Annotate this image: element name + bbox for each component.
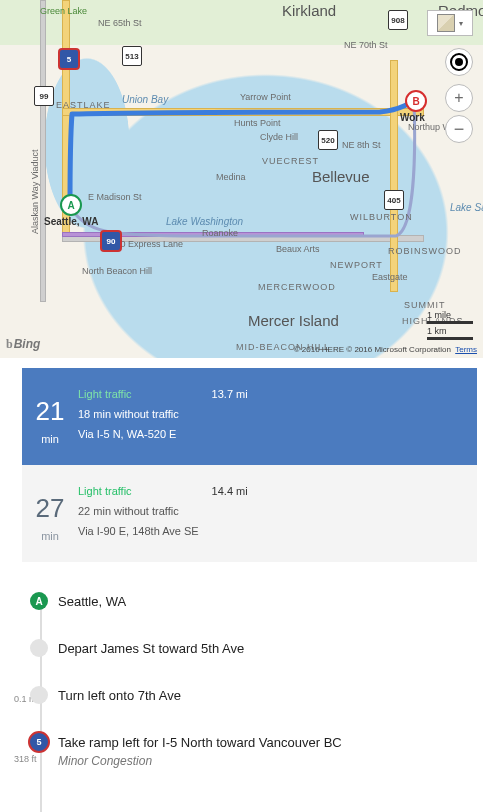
- map-label-hunts: Hunts Point: [234, 118, 281, 128]
- step-start[interactable]: Seattle, WA: [58, 578, 483, 625]
- route-2-distance: 14.4 mi: [212, 485, 248, 497]
- terms-link[interactable]: Terms: [455, 345, 477, 354]
- shield-sr99-icon: 99: [34, 86, 54, 106]
- bing-logo: Bing: [6, 337, 40, 352]
- map-label-summit: SUMMIT: [404, 300, 446, 310]
- map-label-vuecrest: VUECREST: [262, 156, 319, 166]
- map-label-roanoke: Roanoke: [202, 228, 238, 238]
- map-label-ne8: NE 8th St: [342, 140, 381, 150]
- zoom-in-button[interactable]: +: [445, 84, 473, 112]
- route-1-time: 21 min: [22, 388, 78, 445]
- route-1-traffic: Light traffic: [78, 388, 132, 400]
- map-copyright: © 2016 HERE © 2016 Microsoft Corporation…: [294, 345, 477, 354]
- map-label-wilburton: WILBURTON: [350, 212, 413, 222]
- map-label-yarrow: Yarrow Point: [240, 92, 291, 102]
- plus-icon: +: [454, 89, 463, 107]
- start-marker-icon: [30, 592, 48, 610]
- map-label-lakesamm: Lake Samn: [450, 202, 483, 213]
- map-label-mercer: Mercer Island: [248, 312, 339, 329]
- map-label-emadison: E Madison St: [88, 192, 142, 202]
- map-label-ne65: NE 65th St: [98, 18, 142, 28]
- step-2[interactable]: Turn left onto 7th Ave: [58, 672, 483, 719]
- map-label-green-lake: Green Lake: [40, 6, 87, 16]
- map-label-medina: Medina: [216, 172, 246, 182]
- map-label-lakewa: Lake Washington: [166, 216, 243, 227]
- map-canvas[interactable]: A Seattle, WA B Work Green Lake NE 65th …: [0, 0, 483, 358]
- route-2-time: 27 min: [22, 485, 78, 542]
- route-1-distance: 13.7 mi: [212, 388, 248, 400]
- shield-i90-icon: 90: [100, 230, 122, 252]
- map-label-eastgate: Eastgate: [372, 272, 408, 282]
- shield-sr520-icon: 520: [318, 130, 338, 150]
- map-label-alaskan: Alaskan Way Viaduct: [30, 149, 40, 234]
- map-label-robinswood: ROBINSWOOD: [388, 246, 462, 256]
- step-3-sub: Minor Congestion: [58, 754, 473, 768]
- target-icon: [450, 53, 468, 71]
- route-start-marker: A: [60, 194, 82, 216]
- step-1[interactable]: Depart James St toward 5th Ave: [58, 625, 483, 672]
- shield-sr908-icon: 908: [388, 10, 408, 30]
- map-style-thumb-icon: [437, 14, 455, 32]
- zoom-out-button[interactable]: −: [445, 115, 473, 143]
- page-scroll[interactable]: A Seattle, WA B Work Green Lake NE 65th …: [0, 0, 500, 812]
- map-label-beaux: Beaux Arts: [276, 244, 320, 254]
- map-style-button[interactable]: ▾: [427, 10, 473, 36]
- route-2-no-traffic: 22 min without traffic: [78, 505, 463, 517]
- step-dot-icon: [30, 639, 48, 657]
- shield-sr405-icon: 405: [384, 190, 404, 210]
- shield-sr513-icon: 513: [122, 46, 142, 66]
- map-label-clyde: Clyde Hill: [260, 132, 298, 142]
- map-label-union-bay: Union Bay: [122, 94, 168, 105]
- map-label-bellevue: Bellevue: [312, 168, 370, 185]
- interstate-shield-icon: [28, 731, 50, 753]
- step-2-text: Turn left onto 7th Ave: [58, 688, 181, 703]
- map-label-kirkland: Kirkland: [282, 2, 336, 19]
- route-start-label: Seattle, WA: [44, 216, 98, 227]
- step-start-text: Seattle, WA: [58, 594, 126, 609]
- step-3-text: Take ramp left for I-5 North toward Vanc…: [58, 735, 342, 750]
- locate-me-button[interactable]: [445, 48, 473, 76]
- route-end-marker: B: [405, 90, 427, 112]
- directions-list: Seattle, WA Depart James St toward 5th A…: [20, 578, 483, 784]
- map-scale: 1 mile 1 km: [427, 310, 473, 340]
- segment-2-distance: 318 ft: [14, 754, 37, 764]
- chevron-down-icon: ▾: [459, 19, 463, 28]
- step-3[interactable]: Take ramp left for I-5 North toward Vanc…: [58, 719, 483, 784]
- shield-i5-icon: 5: [58, 48, 80, 70]
- route-option-2[interactable]: 27 min Light traffic 14.4 mi 22 min with…: [22, 465, 477, 562]
- step-dot-icon: [30, 686, 48, 704]
- map-label-eastlake: EASTLAKE: [56, 100, 111, 110]
- map-label-ne70k: NE 70th St: [344, 40, 388, 50]
- route-1-no-traffic: 18 min without traffic: [78, 408, 463, 420]
- route-1-via: Via I-5 N, WA-520 E: [78, 428, 463, 440]
- step-1-text: Depart James St toward 5th Ave: [58, 641, 244, 656]
- route-2-via: Via I-90 E, 148th Ave SE: [78, 525, 463, 537]
- map-label-newport: NEWPORT: [330, 260, 383, 270]
- map-label-nbeacon: North Beacon Hill: [82, 266, 152, 276]
- minus-icon: −: [454, 119, 465, 140]
- route-2-traffic: Light traffic: [78, 485, 132, 497]
- map-label-mercerwood: MERCERWOOD: [258, 282, 336, 292]
- route-option-1[interactable]: 21 min Light traffic 13.7 mi 18 min with…: [22, 368, 477, 465]
